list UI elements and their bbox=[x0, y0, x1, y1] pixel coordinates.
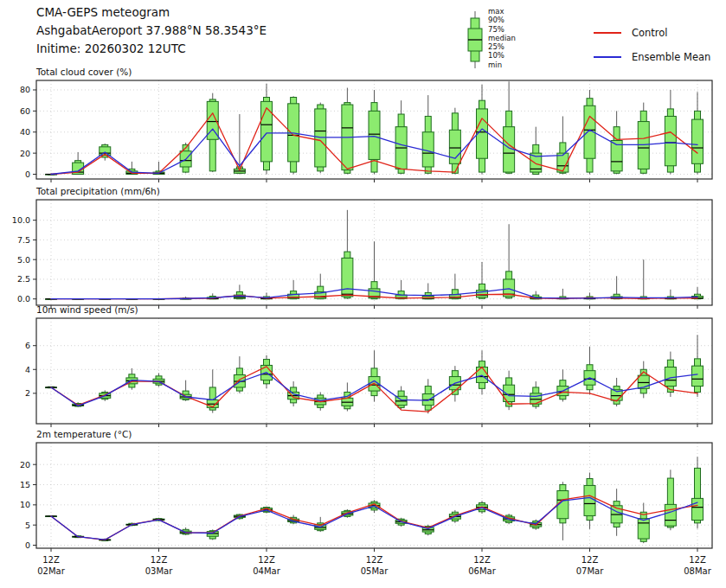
legend-item-ensemble-mean: Ensemble Mean bbox=[594, 45, 710, 69]
y-tick-label: 20 bbox=[20, 460, 30, 470]
y-tick-label: 5 bbox=[25, 521, 30, 530]
x-tick-label-date: 03Mar bbox=[145, 566, 173, 576]
figure-header: CMA-GEPS meteogram AshgabatAeroport 37.9… bbox=[36, 3, 267, 58]
boxplot-series bbox=[46, 457, 704, 543]
boxplot bbox=[315, 274, 326, 299]
x-tick-label-date: 04Mar bbox=[253, 566, 280, 576]
panel-total-cloud-cover: 020406080Total cloud cover (%) bbox=[20, 67, 712, 182]
boxplot bbox=[288, 280, 299, 299]
boxplot bbox=[153, 373, 164, 387]
y-tick-label: 7.5 bbox=[17, 235, 30, 245]
boxplot bbox=[557, 289, 569, 299]
boxplot bbox=[422, 284, 434, 299]
panel-2m-temperature-c: 051015202m temperature (°C) bbox=[20, 429, 712, 552]
x-tick-label-hour: 12Z bbox=[42, 555, 60, 565]
x-tick-label-hour: 12Z bbox=[473, 555, 491, 565]
boxplot bbox=[504, 81, 515, 174]
boxplot bbox=[234, 356, 245, 393]
box-25-75 bbox=[422, 132, 434, 167]
panel-title: Total precipitation (mm/6h) bbox=[35, 186, 160, 196]
boxplot bbox=[665, 470, 676, 530]
y-tick-label: 10.0 bbox=[12, 215, 30, 225]
boxplot bbox=[611, 489, 622, 536]
x-tick-label-date: 02Mar bbox=[37, 566, 65, 576]
boxplot bbox=[153, 162, 164, 175]
boxplot bbox=[342, 210, 353, 299]
y-tick-label: 2 bbox=[25, 388, 30, 398]
y-tick-label: 80 bbox=[20, 85, 30, 94]
panel-title: Total cloud cover (%) bbox=[35, 67, 132, 77]
box-25-75 bbox=[692, 366, 704, 386]
panel-10m-wind-speed-m-s: 24610m wind speed (m/s) bbox=[25, 304, 712, 427]
panel-total-precipitation-mm-6h: 0.02.55.07.510.0Total precipitation (mm/… bbox=[12, 186, 712, 309]
box-25-75 bbox=[261, 101, 273, 161]
y-tick-label: 6 bbox=[25, 341, 30, 350]
boxplot bbox=[395, 280, 407, 299]
y-tick-label: 15 bbox=[20, 480, 30, 489]
boxplot bbox=[638, 259, 649, 299]
boxplot bbox=[395, 100, 407, 174]
boxplot-legend-label-90: 90% bbox=[488, 16, 516, 24]
boxplot bbox=[557, 116, 569, 174]
box-25-75 bbox=[584, 485, 595, 515]
y-tick-label: 4 bbox=[25, 365, 30, 374]
boxplot bbox=[422, 95, 434, 174]
box-25-75 bbox=[665, 368, 676, 387]
boxplot bbox=[342, 88, 353, 175]
boxplot bbox=[638, 361, 649, 399]
ensemble-mean-line-swatch bbox=[594, 56, 621, 58]
boxplot bbox=[692, 457, 704, 528]
legend-item-control: Control bbox=[594, 21, 710, 45]
boxplot-legend-label-max: max bbox=[488, 7, 516, 16]
figure-title: CMA-GEPS meteogram bbox=[36, 3, 267, 22]
series-legend: Control Ensemble Mean bbox=[594, 21, 710, 69]
x-tick-label-date: 07Mar bbox=[576, 566, 604, 576]
boxplot bbox=[557, 482, 569, 540]
boxplot bbox=[611, 276, 622, 298]
y-tick-label: 20 bbox=[20, 149, 30, 158]
boxplot bbox=[692, 335, 704, 397]
x-tick-label-hour: 12Z bbox=[581, 555, 599, 565]
boxplot bbox=[557, 369, 569, 401]
control-legend-label: Control bbox=[632, 27, 668, 39]
boxplot bbox=[584, 347, 595, 394]
y-tick-label: 0 bbox=[25, 169, 30, 179]
boxplot-legend-label-10: 10% bbox=[488, 51, 516, 60]
box-25-75 bbox=[369, 111, 380, 159]
box-25-75 bbox=[665, 504, 676, 526]
boxplot bbox=[369, 350, 380, 401]
y-tick-label: 0 bbox=[25, 540, 30, 550]
panel-title: 10m wind speed (m/s) bbox=[36, 304, 138, 315]
boxplot bbox=[584, 473, 595, 529]
x-tick-label-hour: 12Z bbox=[258, 555, 275, 565]
box-25-75 bbox=[638, 519, 649, 539]
control-line-swatch bbox=[594, 32, 621, 34]
boxplot bbox=[692, 92, 704, 174]
x-tick-label-date: 05Mar bbox=[361, 566, 389, 576]
x-tick-label-date: 08Mar bbox=[684, 566, 711, 576]
boxplot-legend-labels: max 90% 75% median 25% 10% min bbox=[488, 7, 516, 69]
boxplot-legend-label-median: median bbox=[488, 34, 516, 42]
x-tick-label-date: 06Mar bbox=[468, 566, 496, 576]
init-time: Initime: 20260302 12UTC bbox=[36, 40, 267, 58]
boxplot-legend-glyph bbox=[468, 11, 482, 68]
boxplot bbox=[126, 368, 138, 390]
ensemble-mean-legend-label: Ensemble Mean bbox=[632, 51, 710, 63]
panel-title: 2m temperature (°C) bbox=[36, 429, 132, 439]
x-axis-labels: 12Z02Mar12Z03Mar12Z04Mar12Z05Mar12Z06Mar… bbox=[37, 555, 711, 576]
y-tick-label: 2.5 bbox=[17, 274, 30, 284]
boxplot-series bbox=[46, 210, 704, 299]
box-25-75 bbox=[530, 393, 542, 404]
x-tick-label-hour: 12Z bbox=[689, 555, 706, 565]
box-25-75 bbox=[692, 119, 704, 163]
y-tick-label: 60 bbox=[20, 106, 30, 116]
meteogram-figure: CMA-GEPS meteogram AshgabatAeroport 37.9… bbox=[0, 0, 726, 588]
boxplot bbox=[477, 262, 488, 299]
meteogram-panels: 020406080Total cloud cover (%)0.02.55.07… bbox=[0, 0, 726, 588]
x-tick-label-hour: 12Z bbox=[366, 555, 383, 565]
x-tick-label-hour: 12Z bbox=[151, 555, 168, 565]
box-25-75 bbox=[342, 258, 353, 297]
boxplot bbox=[234, 284, 245, 298]
box-25-75 bbox=[477, 368, 488, 383]
y-tick-label: 5.0 bbox=[17, 255, 30, 265]
